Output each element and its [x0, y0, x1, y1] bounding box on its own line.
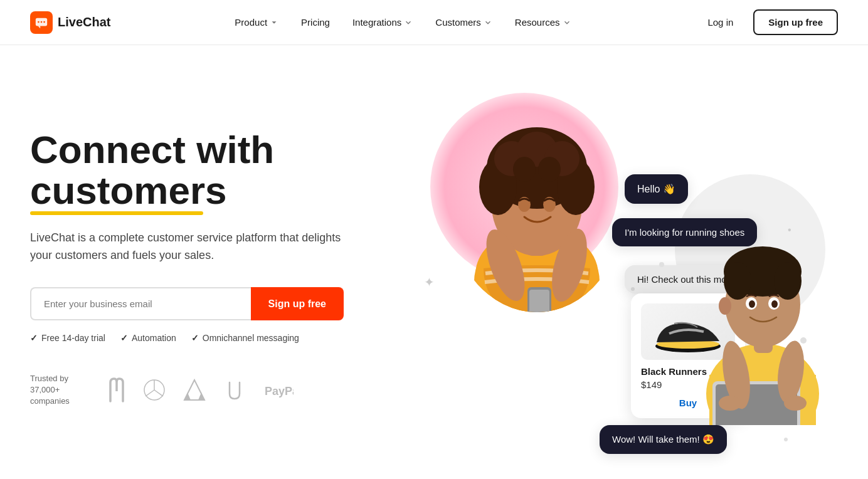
svg-line-6: [146, 390, 154, 396]
chat-bubble-hello: Hello 👋: [625, 174, 688, 204]
hero-content: Connect with customers LiveChat is a com…: [30, 129, 344, 407]
svg-point-47: [784, 396, 807, 411]
trusted-text: Trusted by 37,000+ companies: [30, 373, 93, 408]
brand-name: LiveChat: [58, 15, 110, 29]
signup-hero-button[interactable]: Sign up free: [251, 287, 344, 320]
check-icon: ✓: [120, 333, 128, 343]
svg-point-39: [719, 297, 731, 315]
navigation: LiveChat Product Pricing Integrations Cu…: [0, 0, 868, 45]
mercedes-logo: [143, 379, 166, 401]
svg-point-46: [719, 396, 741, 411]
unilever-logo: [223, 379, 246, 401]
dot-1: [659, 262, 664, 267]
signup-nav-button[interactable]: Sign up free: [753, 9, 838, 35]
login-button[interactable]: Log in: [695, 11, 746, 34]
email-input[interactable]: [30, 287, 251, 320]
chat-bubble-wow: Wow! Will take them! 😍: [600, 425, 727, 454]
svg-point-2: [41, 21, 43, 23]
svg-point-38: [774, 262, 802, 300]
nav-integrations[interactable]: Integrations: [344, 12, 421, 33]
dot-2: [631, 287, 635, 291]
man-figure: [694, 199, 832, 425]
hero-section: Connect with customers LiveChat is a com…: [0, 45, 868, 479]
svg-rect-29: [529, 290, 549, 312]
brand-logos: PayPal: [108, 377, 294, 403]
svg-line-7: [154, 390, 163, 396]
logo[interactable]: LiveChat: [30, 11, 110, 34]
livechat-icon: [34, 16, 48, 29]
svg-point-42: [749, 300, 755, 308]
chevron-down-icon: [484, 18, 492, 27]
nav-resources[interactable]: Resources: [506, 12, 580, 33]
nav-customers[interactable]: Customers: [426, 12, 501, 33]
feature-trial: ✓ Free 14-day trial: [30, 333, 105, 343]
chevron-down-icon: [563, 18, 571, 27]
man-avatar: [694, 199, 832, 425]
chevron-down-icon: [270, 18, 278, 27]
svg-text:PayPal: PayPal: [265, 385, 294, 397]
hero-title-line2: customers: [30, 170, 227, 211]
hero-title: Connect with customers: [30, 129, 344, 211]
trusted-section: Trusted by 37,000+ companies: [30, 373, 344, 408]
signup-form: Sign up free: [30, 287, 344, 320]
svg-point-1: [38, 21, 40, 23]
check-icon: ✓: [30, 333, 38, 343]
hero-illustration: Hello 👋 I'm looking for running shoes Hi…: [411, 87, 838, 450]
svg-point-23: [538, 157, 561, 182]
nav-links: Product Pricing Integrations Customers R…: [226, 12, 580, 33]
mcdonalds-logo: [108, 377, 125, 403]
adobe-logo: [183, 379, 206, 401]
svg-marker-10: [198, 392, 204, 400]
logo-icon: [30, 11, 53, 34]
woman-figure: [449, 99, 625, 312]
feature-automation: ✓ Automation: [120, 333, 176, 343]
nav-product[interactable]: Product: [226, 12, 287, 33]
star-decoration: ✦: [424, 275, 435, 290]
nav-pricing[interactable]: Pricing: [292, 12, 339, 33]
svg-point-3: [43, 21, 45, 23]
svg-marker-9: [184, 392, 191, 400]
hero-subtitle: LiveChat is a complete customer service …: [30, 229, 344, 265]
hero-features: ✓ Free 14-day trial ✓ Automation ✓ Omnic…: [30, 333, 344, 343]
check-icon: ✓: [191, 333, 199, 343]
hero-title-line1: Connect with: [30, 128, 274, 171]
dot-4: [784, 438, 788, 441]
feature-omnichannel: ✓ Omnichannel messaging: [191, 333, 299, 343]
nav-actions: Log in Sign up free: [695, 9, 838, 35]
paypal-logo: PayPal: [263, 381, 294, 399]
svg-point-37: [724, 262, 751, 300]
woman-avatar: [449, 99, 625, 312]
chevron-down-icon: [404, 18, 413, 27]
svg-point-22: [513, 157, 536, 182]
svg-point-43: [771, 300, 778, 308]
